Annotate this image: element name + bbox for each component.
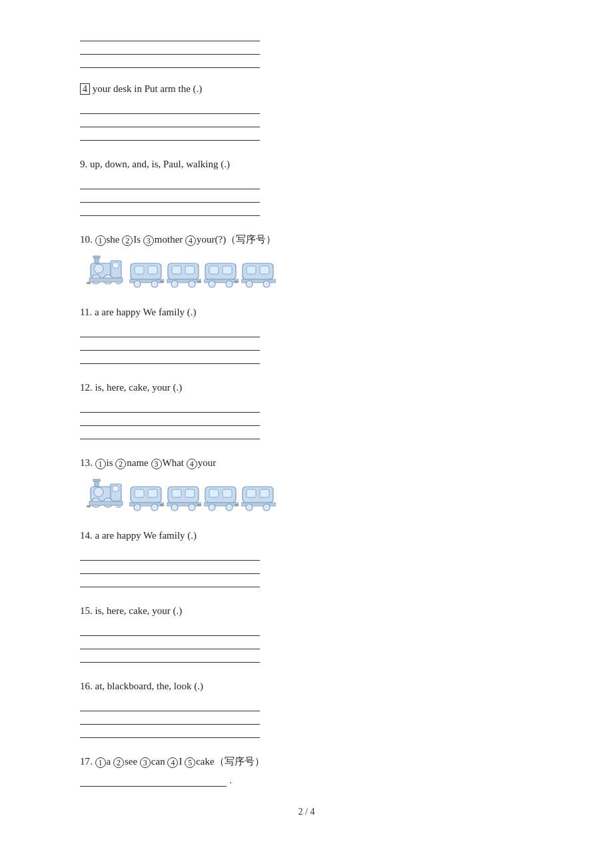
circle-2: 2 [122,235,133,246]
svg-rect-69 [235,504,239,506]
circle-4: 4 [185,235,196,246]
question-16-lines [80,699,533,738]
svg-rect-42 [113,486,119,491]
circle-3: 3 [140,757,151,768]
svg-rect-1 [93,256,100,258]
question-15-content: is, here, cake, your (.) [95,605,183,616]
answer-line [80,624,260,636]
svg-rect-10 [87,282,91,284]
question-15-label: 15. [80,605,93,616]
answer-line [80,56,260,68]
answer-line [80,562,260,574]
svg-rect-48 [87,505,91,507]
answer-line [80,325,260,337]
question-13-text: 13. 1is 2name 3What 4your [80,454,533,472]
train-engine [87,254,127,289]
svg-rect-33 [247,266,256,274]
circle-3: 3 [151,459,162,469]
question-14-lines [80,549,533,587]
svg-point-43 [94,487,103,497]
question-16: 16. at, blackboard, the, look (.) [80,677,533,738]
question-10-label: 10. [80,234,95,245]
question-12: 12. is, here, cake, your (.) [80,379,533,439]
question-9-text: 9. up, down, and, is, Paul, walking (.) [80,155,533,173]
train-illustration-10 [87,254,533,289]
svg-point-67 [209,504,215,511]
svg-rect-12 [135,266,144,274]
question-12-lines [80,401,533,439]
answer-line [80,575,260,587]
question-11-label: 11. [80,307,92,317]
answer-line [80,713,260,725]
svg-rect-24 [197,281,201,283]
train-car-2 [167,259,201,289]
svg-point-22 [171,281,178,287]
svg-point-30 [226,281,233,287]
question-10-text: 10. 1she 2Is 3mother 4your(?)（写序号） [80,231,533,249]
answer-line [80,726,260,738]
svg-point-68 [226,504,233,511]
question-11-lines [80,325,533,364]
svg-rect-65 [223,489,232,497]
question-15: 15. is, here, cake, your (.) [80,602,533,663]
svg-point-60 [171,504,178,511]
answer-line [80,401,260,413]
answer-line [80,115,260,127]
question-12-content: is, here, cake, your (.) [95,382,183,393]
svg-point-54 [151,504,158,511]
answer-line [80,651,260,663]
question-15-lines [80,624,533,663]
svg-point-37 [263,281,270,287]
question-13-label: 13. [80,457,95,468]
answer-line [80,129,260,141]
answer-line [80,191,260,203]
question-14-text: 14. a are happy We family (.) [80,527,533,545]
train-car-3 [204,483,239,512]
question-17-label: 17. [80,756,95,767]
svg-point-15 [134,281,141,287]
answer-line [80,177,260,189]
train-engine [87,477,127,512]
circle-1: 1 [95,757,106,768]
svg-rect-4 [113,263,119,268]
question-4-content: your desk in Put arm the (.) [93,83,203,94]
train-car-3 [204,259,239,289]
svg-point-5 [94,264,103,273]
question-11-text: 11. a are happy We family (.) [80,303,533,321]
svg-point-16 [151,281,158,287]
answer-line [80,352,260,364]
question-12-text: 12. is, here, cake, your (.) [80,379,533,397]
top-answer-lines [80,29,533,68]
question-16-label: 16. [80,681,93,691]
question-4-lines [80,102,533,141]
svg-rect-72 [260,489,269,497]
period: . [230,775,233,786]
question-16-content: at, blackboard, the, look (.) [95,681,203,691]
question-15-text: 15. is, here, cake, your (.) [80,602,533,620]
train-car-4 [241,483,276,512]
svg-rect-57 [172,489,181,497]
circle-1: 1 [95,235,106,246]
train-car-1 [129,259,164,289]
answer-line [80,637,260,649]
question-9: 9. up, down, and, is, Paul, walking (.) [80,155,533,216]
top-continuation [80,29,533,68]
svg-rect-19 [172,266,181,274]
train-car-1 [129,483,164,512]
question-9-content: up, down, and, is, Paul, walking (.) [90,159,230,169]
svg-rect-71 [247,489,256,497]
answer-line [80,102,260,114]
svg-rect-20 [185,266,195,274]
circle-4: 4 [167,757,178,768]
svg-rect-58 [185,489,195,497]
circle-2: 2 [115,459,126,469]
question-4: 4 your desk in Put arm the (.) [80,80,533,141]
question-17-text: 17. 1a 2see 3can 4I 5cake（写序号） [80,753,533,771]
answer-line [80,699,260,711]
circle-2: 2 [113,757,124,768]
answer-line [80,549,260,561]
svg-rect-13 [148,266,157,274]
question-10: 10. 1she 2Is 3mother 4your(?)（写序号） [80,231,533,289]
svg-rect-27 [223,266,232,274]
question-9-lines [80,177,533,216]
